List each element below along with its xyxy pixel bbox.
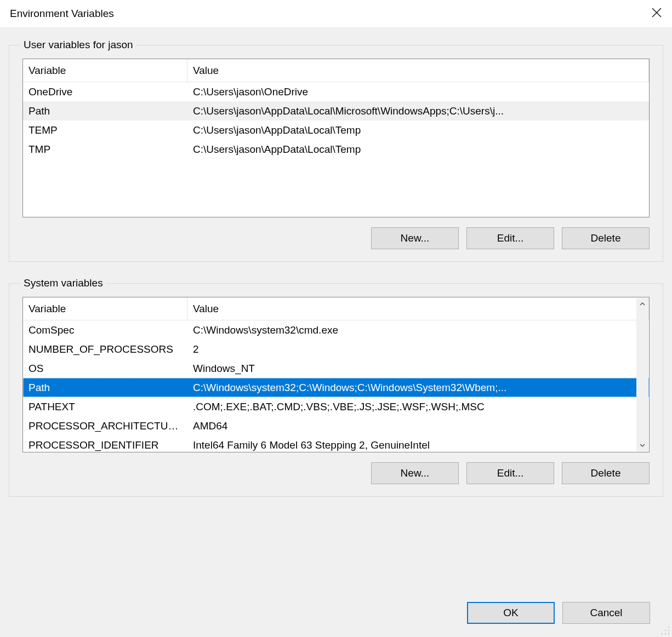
user-rows-container: OneDriveC:\Users\jason\OneDrivePathC:\Us… (23, 82, 649, 159)
value-cell: C:\Users\jason\AppData\Local\Microsoft\W… (187, 105, 649, 117)
ok-button[interactable]: OK (467, 602, 555, 624)
system-variables-list[interactable]: Variable Value ComSpecC:\Windows\system3… (22, 297, 650, 452)
svg-point-4 (665, 630, 666, 631)
system-new-button[interactable]: New... (371, 462, 459, 484)
table-row[interactable]: PROCESSOR_ARCHITECTUREAMD64 (23, 416, 649, 435)
svg-point-3 (668, 630, 669, 631)
variable-cell: NUMBER_OF_PROCESSORS (23, 343, 187, 355)
user-variables-list[interactable]: Variable Value OneDriveC:\Users\jason\On… (22, 59, 650, 217)
list-header: Variable Value (23, 297, 649, 320)
scroll-up-icon[interactable] (636, 298, 648, 310)
variable-cell: PROCESSOR_IDENTIFIER (23, 439, 187, 451)
cancel-button[interactable]: Cancel (562, 602, 650, 624)
table-row[interactable]: ComSpecC:\Windows\system32\cmd.exe (23, 320, 649, 340)
user-variables-group: User variables for jason Variable Value … (9, 39, 663, 262)
column-value[interactable]: Value (187, 59, 649, 82)
value-cell: C:\Users\jason\AppData\Local\Temp (187, 124, 649, 136)
variable-cell: TEMP (23, 124, 187, 136)
dialog-button-row: OK Cancel (467, 602, 650, 624)
table-row[interactable]: OneDriveC:\Users\jason\OneDrive (23, 82, 649, 101)
value-cell: C:\Windows\system32\cmd.exe (187, 324, 649, 336)
table-row[interactable]: PATHEXT.COM;.EXE;.BAT;.CMD;.VBS;.VBE;.JS… (23, 397, 649, 416)
variable-cell: PROCESSOR_ARCHITECTURE (23, 420, 187, 432)
list-header: Variable Value (23, 59, 649, 82)
user-button-row: New... Edit... Delete (22, 227, 650, 249)
table-row[interactable]: PathC:\Windows\system32;C:\Windows;C:\Wi… (23, 378, 649, 397)
svg-point-7 (662, 633, 663, 634)
variable-cell: Path (23, 105, 187, 117)
value-cell: C:\Users\jason\OneDrive (187, 86, 649, 98)
variable-cell: OS (23, 363, 187, 375)
value-cell: C:\Windows\system32;C:\Windows;C:\Window… (187, 382, 649, 394)
table-row[interactable]: PathC:\Users\jason\AppData\Local\Microso… (23, 101, 649, 120)
system-variables-legend: System variables (20, 277, 106, 289)
svg-point-6 (665, 633, 666, 634)
dialog-body: User variables for jason Variable Value … (0, 27, 672, 637)
titlebar: Environment Variables (0, 0, 672, 27)
value-cell: C:\Users\jason\AppData\Local\Temp (187, 144, 649, 156)
table-row[interactable]: NUMBER_OF_PROCESSORS2 (23, 340, 649, 359)
variable-cell: ComSpec (23, 324, 187, 336)
close-icon (652, 8, 662, 20)
value-cell: .COM;.EXE;.BAT;.CMD;.VBS;.VBE;.JS;.JSE;.… (187, 401, 649, 413)
variable-cell: Path (23, 382, 187, 394)
column-value[interactable]: Value (187, 297, 649, 320)
variable-cell: TMP (23, 144, 187, 156)
variable-cell: PATHEXT (23, 401, 187, 413)
dialog-title: Environment Variables (10, 8, 114, 20)
column-variable[interactable]: Variable (23, 297, 187, 320)
svg-point-5 (668, 633, 669, 634)
table-row[interactable]: OSWindows_NT (23, 359, 649, 378)
system-variables-group: System variables Variable Value ComSpecC… (9, 277, 663, 497)
user-delete-button[interactable]: Delete (562, 227, 650, 249)
system-delete-button[interactable]: Delete (562, 462, 650, 484)
system-button-row: New... Edit... Delete (22, 462, 650, 484)
value-cell: Windows_NT (187, 363, 649, 375)
system-rows-container: ComSpecC:\Windows\system32\cmd.exeNUMBER… (23, 320, 649, 452)
variable-cell: OneDrive (23, 86, 187, 98)
close-button[interactable] (641, 0, 672, 27)
table-row[interactable]: TMPC:\Users\jason\AppData\Local\Temp (23, 140, 649, 159)
user-new-button[interactable]: New... (371, 227, 459, 249)
table-row[interactable]: TEMPC:\Users\jason\AppData\Local\Temp (23, 120, 649, 140)
user-edit-button[interactable]: Edit... (466, 227, 554, 249)
value-cell: AMD64 (187, 420, 649, 432)
vertical-scrollbar[interactable] (636, 298, 648, 451)
value-cell: Intel64 Family 6 Model 63 Stepping 2, Ge… (187, 439, 649, 451)
column-variable[interactable]: Variable (23, 59, 187, 82)
resize-grip-icon[interactable] (660, 625, 671, 636)
system-edit-button[interactable]: Edit... (466, 462, 554, 484)
svg-point-2 (668, 627, 669, 628)
value-cell: 2 (187, 343, 649, 355)
user-variables-legend: User variables for jason (20, 39, 136, 51)
table-row[interactable]: PROCESSOR_IDENTIFIERIntel64 Family 6 Mod… (23, 435, 649, 452)
scroll-down-icon[interactable] (636, 439, 648, 451)
